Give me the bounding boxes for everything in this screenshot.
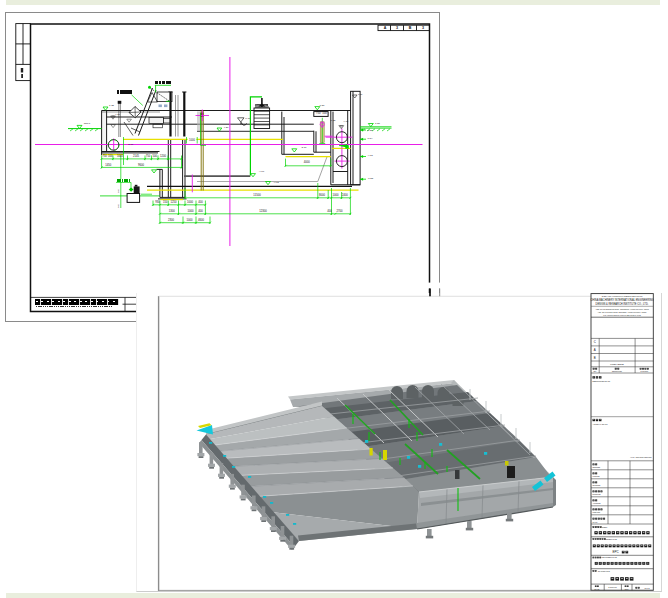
svg-text:1:100.00: 1:100.00: [608, 586, 617, 588]
svg-text:STAMP: STAMP: [593, 521, 598, 523]
svg-text:APPROVAL STAMP: APPROVAL STAMP: [593, 423, 609, 425]
svg-text:SUB-PROJECT NAME: SUB-PROJECT NAME: [602, 556, 617, 558]
svg-text:+0.00=1891.50m UNIT:mm: +0.00=1891.50m UNIT:mm: [630, 456, 652, 458]
svg-text:FIRST ISSUE: FIRST ISSUE: [610, 363, 624, 365]
svg-text:DRAWING TITLE: DRAWING TITLE: [598, 570, 610, 572]
svg-text:SCALE: SCALE: [594, 588, 599, 590]
svg-text:APPROVED: APPROVED: [593, 502, 601, 504]
svg-text:DATE SIGN: DATE SIGN: [640, 370, 648, 372]
svg-text:07-01: 07-01: [644, 587, 650, 589]
svg-text:SHENYANG ALUMINIUM MAGNESIUM E: SHENYANG ALUMINIUM MAGNESIUM ENG CO LTD: [602, 295, 644, 297]
svg-text:DESCRIPTION: DESCRIPTION: [612, 371, 622, 372]
svg-text:PROJECT NAME: PROJECT NAME: [605, 538, 617, 540]
svg-text:C: C: [594, 340, 596, 344]
svg-text:DESIGNED: DESIGNED: [593, 467, 601, 468]
svg-text:CHINA MACHINERY INTERNATIONAL: CHINA MACHINERY INTERNATIONAL ENGINEERIN…: [590, 298, 653, 302]
svg-text:DESCRIPTION STAMP: DESCRIPTION STAMP: [593, 380, 612, 382]
svg-text:B: B: [594, 356, 596, 360]
svg-text:REV: REV: [593, 371, 596, 372]
svg-text:A: A: [594, 348, 596, 352]
svg-text:REVIEWED: REVIEWED: [593, 485, 601, 486]
svg-text:DISCIPLINE: DISCIPLINE: [593, 494, 601, 495]
svg-text:DESIGN & RESEARCH INSTITUTE CO: DESIGN & RESEARCH INSTITUTE CO., LTD.: [596, 302, 649, 306]
svg-text:CHECKED: CHECKED: [593, 476, 600, 477]
svg-text:P.C:410007 www.hy.com.cn: P.C:410007 www.hy.com.cn TEL:0731-1 4008: [603, 314, 640, 316]
svg-text:PROJ MGR: PROJ MGR: [593, 512, 601, 513]
svg-text:CLIENT: CLIENT: [602, 527, 608, 528]
svg-text:EPC: EPC: [612, 550, 619, 554]
